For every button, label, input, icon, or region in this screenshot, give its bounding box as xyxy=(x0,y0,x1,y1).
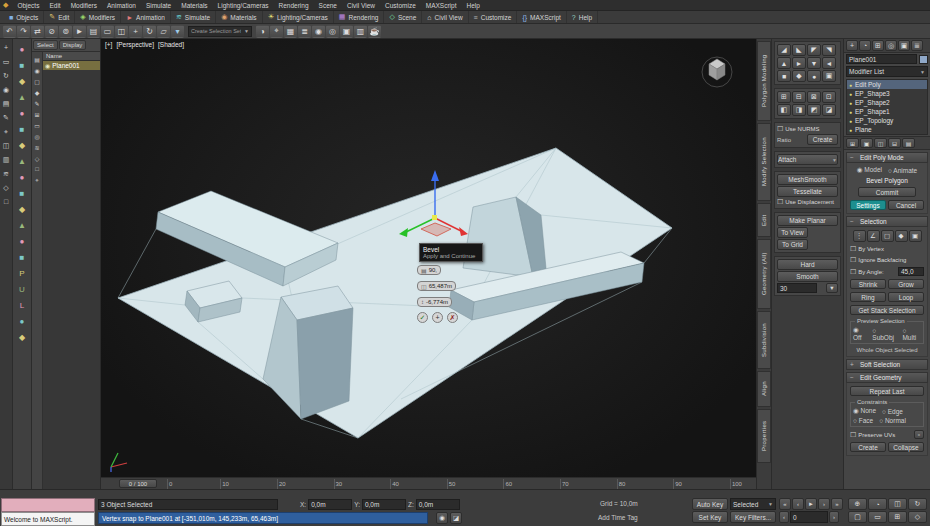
menu-item[interactable]: Animation xyxy=(102,2,141,9)
left-toolbar-icon[interactable]: ◇ xyxy=(1,182,12,193)
to-view-button[interactable]: To View xyxy=(777,227,808,238)
scene-explorer-tool-icon[interactable]: ▤ xyxy=(33,55,42,63)
left-strip-icon[interactable]: ● xyxy=(15,43,29,55)
scene-explorer-tool-icon[interactable]: ▭ xyxy=(33,121,42,129)
ribbon-group-button[interactable]: ✎ Edit xyxy=(44,11,75,23)
ribbon-group-button[interactable]: ≡ Customize xyxy=(469,11,518,23)
z-coordinate-field[interactable]: 0,0m xyxy=(416,499,460,510)
named-selection-sets-dropdown[interactable]: Create Selection Set▼ xyxy=(188,26,252,37)
loop-button[interactable]: Loop xyxy=(888,292,924,302)
toolbar-icon[interactable]: ▣ xyxy=(340,25,353,38)
modifier-stack-item[interactable]: ● Edit Poly xyxy=(847,80,927,89)
time-slider[interactable]: 0 / 100 xyxy=(119,479,157,488)
left-toolbar-icon[interactable]: ▥ xyxy=(1,154,12,165)
shrink-button[interactable]: Shrink xyxy=(850,279,886,289)
timeline-tick[interactable]: 10 xyxy=(220,479,229,489)
viewport-nav-button[interactable]: ▢ xyxy=(848,511,867,523)
selection-tool-icon[interactable]: ⊠ xyxy=(807,91,821,103)
ribbon-group-button[interactable]: ? Help xyxy=(567,11,598,23)
modifier-bulb-icon[interactable]: ● xyxy=(849,118,852,124)
toolbar-icon[interactable]: ⇄ xyxy=(31,25,44,38)
toolbar-icon[interactable]: ▦ xyxy=(284,25,297,38)
scene-explorer-name-column[interactable]: Name xyxy=(43,52,100,61)
toolbar-icon[interactable]: + xyxy=(129,25,142,38)
modifier-bulb-icon[interactable]: ● xyxy=(849,109,852,115)
to-grid-button[interactable]: To Grid xyxy=(777,239,808,250)
timeline-tick[interactable]: 60 xyxy=(503,479,512,489)
previous-frame-button[interactable]: ‹ xyxy=(779,511,789,523)
preserve-uvs-settings-button[interactable]: ▫ xyxy=(914,430,924,439)
left-strip-icon[interactable]: ● xyxy=(15,235,29,247)
stack-tool-button[interactable]: ⊞ xyxy=(846,138,859,148)
key-filters-button[interactable]: Key Filters... xyxy=(730,511,776,523)
use-nurms-checkbox[interactable]: ☐ Use NURMS xyxy=(777,125,838,133)
menu-item[interactable]: Rendering xyxy=(274,2,314,9)
command-panel-tab[interactable]: + xyxy=(846,40,858,51)
caddy-action-button[interactable]: ✓ xyxy=(417,312,428,323)
ribbon-tab-geometry-all[interactable]: Geometry (All) xyxy=(757,239,771,309)
command-panel-tab[interactable]: ≣ xyxy=(911,40,923,51)
left-toolbar-icon[interactable]: + xyxy=(1,42,12,53)
toolbar-icon[interactable]: ▭ xyxy=(101,25,114,38)
ribbon-group-button[interactable]: ≋ Simulate xyxy=(171,11,216,23)
left-strip-icon[interactable]: ◆ xyxy=(15,331,29,343)
selection-tool-icon[interactable]: ◩ xyxy=(807,104,821,116)
current-frame-field[interactable]: 0 xyxy=(790,511,828,523)
selection-tool-icon[interactable]: ◪ xyxy=(822,104,836,116)
grow-button[interactable]: Grow xyxy=(888,279,924,289)
modeling-tool-icon[interactable]: ◤ xyxy=(807,44,821,56)
toolbar-icon[interactable]: ◫ xyxy=(115,25,128,38)
modifier-bulb-icon[interactable]: ● xyxy=(849,127,852,133)
modeling-tool-icon[interactable]: ◄ xyxy=(822,57,836,69)
left-toolbar-icon[interactable]: ↻ xyxy=(1,70,12,81)
viewport-menu-plus[interactable]: [+] xyxy=(105,41,112,48)
ribbon-group-button[interactable]: ◉ Materials xyxy=(216,11,262,23)
modeling-tool-icon[interactable]: ► xyxy=(792,57,806,69)
caddy-spinner-field[interactable]: ◫ 65,487m xyxy=(417,281,456,291)
transport-button[interactable]: « xyxy=(779,498,791,510)
left-toolbar-icon[interactable]: ◫ xyxy=(1,140,12,151)
stack-tool-button[interactable]: ⊟ xyxy=(888,138,901,148)
left-strip-icon[interactable]: ◆ xyxy=(15,203,29,215)
hard-button[interactable]: Hard xyxy=(777,259,838,270)
rollout-header[interactable]: +Soft Selection xyxy=(846,359,928,370)
left-toolbar-icon[interactable]: □ xyxy=(1,196,12,207)
selection-tool-icon[interactable]: ◧ xyxy=(777,104,791,116)
subobject-level-button[interactable]: ▣ xyxy=(909,230,922,242)
preview-subobj-radio[interactable]: ○ SubObj xyxy=(872,327,898,341)
scene-explorer-tool-icon[interactable]: ⌖ xyxy=(33,176,42,184)
modeling-tool-icon[interactable]: ◆ xyxy=(792,70,806,82)
ribbon-group-button[interactable]: ▦ Rendering xyxy=(334,11,385,23)
maxscript-mini-listener-macro[interactable] xyxy=(1,498,95,512)
toolbar-icon[interactable]: ▥ xyxy=(354,25,367,38)
modifier-bulb-icon[interactable]: ● xyxy=(849,100,852,106)
left-strip-icon[interactable]: L xyxy=(15,299,29,311)
viewport-nav-button[interactable]: ⊕ xyxy=(848,498,867,510)
constraint-face-radio[interactable]: ○ Face xyxy=(853,417,873,424)
stack-tool-button[interactable]: ◫ xyxy=(874,138,887,148)
add-time-tag[interactable]: Add Time Tag xyxy=(598,514,638,521)
timeline-tick[interactable]: 50 xyxy=(447,479,456,489)
left-toolbar-icon[interactable]: ◉ xyxy=(1,84,12,95)
tessellate-button[interactable]: Tessellate xyxy=(777,186,838,197)
cancel-button[interactable]: Cancel xyxy=(888,200,924,210)
toolbar-icon[interactable]: ◑ xyxy=(256,25,269,38)
ribbon-tab-edit[interactable]: Edit xyxy=(757,203,771,237)
create-button[interactable]: Create xyxy=(807,134,838,145)
ribbon-group-button[interactable]: ☀ Lighting/Cameras xyxy=(263,11,334,23)
scene-explorer-tool-icon[interactable]: □ xyxy=(33,165,42,173)
menu-item[interactable]: Customize xyxy=(380,2,421,9)
transport-button[interactable]: ► xyxy=(805,498,817,510)
key-mode-dropdown[interactable]: Selected▼ xyxy=(730,498,776,510)
rollout-header[interactable]: −Edit Geometry xyxy=(846,372,928,383)
ribbon-group-button[interactable]: {} MAXScript xyxy=(517,11,566,23)
command-panel-tab[interactable]: ◔ xyxy=(859,40,871,51)
left-strip-icon[interactable]: ■ xyxy=(15,251,29,263)
left-strip-icon[interactable]: ◆ xyxy=(15,75,29,87)
left-strip-icon[interactable]: ■ xyxy=(15,123,29,135)
menu-item[interactable]: MAXScript xyxy=(421,2,462,9)
scene-explorer-tool-icon[interactable]: ◇ xyxy=(33,154,42,162)
preview-multi-radio[interactable]: ○ Multi xyxy=(902,327,921,341)
settings-button[interactable]: Settings xyxy=(850,200,886,210)
scene-explorer-tool-icon[interactable]: ≋ xyxy=(33,143,42,151)
